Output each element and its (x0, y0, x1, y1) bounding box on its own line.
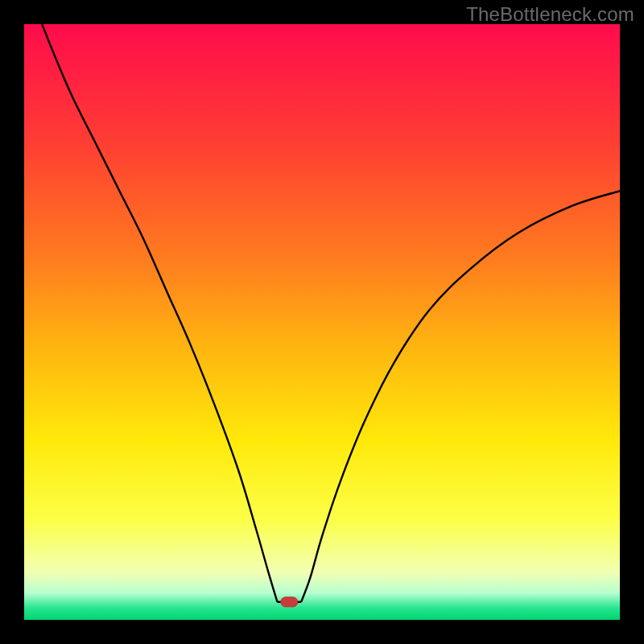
bottleneck-plot (24, 24, 620, 620)
optimum-marker (281, 597, 298, 607)
watermark-text: TheBottleneck.com (466, 3, 634, 26)
gradient-background (24, 24, 620, 620)
chart-frame: TheBottleneck.com (0, 0, 644, 644)
